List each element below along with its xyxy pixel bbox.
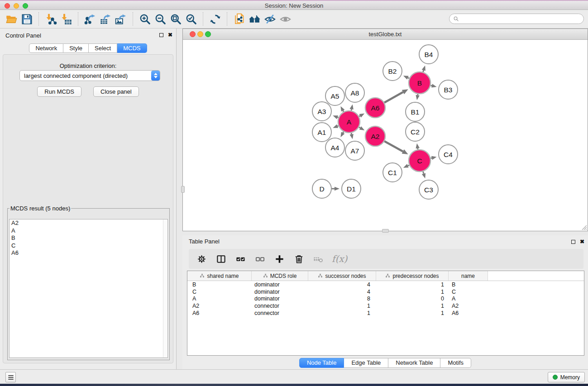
table-cell[interactable]: 1 (376, 303, 449, 309)
table-cell[interactable]: 1 (308, 310, 376, 316)
import-table-button[interactable] (58, 12, 74, 26)
import-network-button[interactable] (43, 12, 58, 26)
mcds-result-item[interactable]: B (10, 234, 167, 242)
refresh-layout-button[interactable] (207, 12, 223, 26)
table-cell[interactable]: A (187, 295, 252, 302)
run-mcds-button[interactable]: Run MCDS (37, 86, 81, 97)
tab-network-table[interactable]: Network Table (388, 358, 440, 368)
columns-button[interactable] (215, 253, 227, 265)
graph-node-A4[interactable]: A4 (325, 138, 344, 157)
export-image-button[interactable] (113, 12, 129, 26)
column-header-name[interactable]: name (449, 271, 488, 281)
export-table-button[interactable] (98, 12, 113, 26)
tab-network[interactable]: Network (29, 43, 63, 53)
graph-node-B2[interactable]: B2 (383, 62, 402, 81)
table-cell[interactable]: 1 (376, 310, 449, 316)
graph-edge-A-A1[interactable] (333, 124, 338, 128)
graph-node-A1[interactable]: A1 (312, 123, 331, 142)
column-header-shared-name[interactable]: shared name (187, 271, 252, 281)
table-cell[interactable]: dominator (252, 281, 308, 288)
clone-network-button[interactable] (231, 12, 247, 26)
table-cell[interactable]: A6 (449, 310, 488, 316)
hide-panels-button[interactable] (262, 12, 277, 26)
tab-mcds[interactable]: MCDS (117, 43, 147, 53)
memory-button[interactable]: Memory (548, 372, 585, 382)
column-header-successor-nodes[interactable]: successor nodes (308, 271, 376, 281)
show-panels-button[interactable] (277, 12, 293, 26)
graph-edge-C-C4[interactable] (430, 156, 436, 160)
table-cell[interactable]: 4 (308, 289, 376, 295)
graph-edge-A-A5[interactable] (340, 106, 344, 112)
graph-edge-C-C3[interactable] (422, 172, 425, 178)
title-bar[interactable]: Session: New Session (0, 0, 588, 10)
graph-node-B1[interactable]: B1 (406, 102, 425, 121)
export-network-button[interactable] (82, 12, 98, 26)
gear-button[interactable] (196, 253, 207, 265)
search-box[interactable] (449, 14, 584, 24)
table-cell[interactable]: 0 (376, 295, 449, 302)
table-cell[interactable]: 1 (376, 281, 449, 288)
tab-motifs[interactable]: Motifs (440, 358, 471, 368)
delete-row-button[interactable] (293, 253, 305, 265)
graph-node-C[interactable]: C (409, 150, 430, 172)
table-row[interactable]: A6connector11A6 (187, 310, 584, 317)
graph-edge-C-C1[interactable] (403, 164, 409, 167)
close-panel-button[interactable]: Close panel (93, 86, 139, 97)
zoom-selected-button[interactable] (183, 12, 199, 26)
mcds-result-item[interactable]: A2 (10, 219, 167, 227)
graph-node-A3[interactable]: A3 (312, 102, 331, 121)
zoom-out-button[interactable] (153, 12, 168, 26)
result-list-scrollbar[interactable] (163, 219, 167, 357)
table-cell[interactable]: C (449, 289, 488, 295)
graph-edge-D-D1[interactable] (332, 187, 339, 191)
float-panel-icon[interactable] (159, 33, 163, 37)
graph-node-C4[interactable]: C4 (439, 145, 458, 164)
mcds-result-item[interactable]: A (10, 227, 167, 235)
close-panel-icon[interactable]: ✖ (168, 32, 172, 38)
table-row[interactable]: Cdominator41C (187, 288, 584, 295)
function-builder-button[interactable]: f(x) (332, 253, 347, 264)
column-header-predecessor-nodes[interactable]: predecessor nodes (376, 271, 449, 281)
table-cell[interactable]: A2 (187, 303, 252, 309)
table-cell[interactable]: A2 (449, 303, 488, 309)
table-cell[interactable]: connector (252, 310, 308, 316)
resize-grip-icon[interactable] (580, 224, 587, 230)
graph-node-C2[interactable]: C2 (406, 122, 425, 141)
mcds-result-item[interactable]: A6 (10, 249, 167, 257)
table-cell[interactable]: 1 (308, 303, 376, 309)
graph-node-D1[interactable]: D1 (342, 179, 361, 198)
zoom-in-button[interactable] (137, 12, 153, 26)
graph-edge-A-A8[interactable] (349, 104, 353, 110)
float-table-panel-icon[interactable] (571, 240, 575, 244)
delete-table-button[interactable] (312, 253, 324, 265)
deselect-all-button[interactable] (254, 253, 266, 265)
table-cell[interactable]: dominator (252, 295, 308, 302)
network-canvas[interactable]: B4B2BB3A5A8A6A3B1AC2A1A2A4A7C4CC1C3DD1 (183, 40, 588, 231)
graph-node-A7[interactable]: A7 (345, 141, 364, 160)
graph-edge-A-A6[interactable] (359, 114, 364, 118)
network-window-titlebar[interactable]: testGlobe.txt (183, 29, 588, 40)
graph-node-B3[interactable]: B3 (439, 80, 458, 99)
horizontal-scroll-nub[interactable] (382, 229, 389, 233)
tab-node-table[interactable]: Node Table (299, 358, 344, 368)
table-cell[interactable]: B (449, 281, 488, 288)
graph-edge-A-A2[interactable] (359, 126, 364, 130)
table-row[interactable]: Adominator80A (187, 295, 584, 302)
table-cell[interactable]: A (449, 295, 488, 302)
graph-node-A[interactable]: A (338, 111, 360, 133)
task-history-button[interactable] (5, 372, 16, 382)
table-cell[interactable]: B (187, 281, 252, 288)
graph-node-A8[interactable]: A8 (345, 83, 364, 102)
table-cell[interactable]: C (187, 289, 252, 295)
graph-node-B[interactable]: B (409, 72, 430, 94)
table-row[interactable]: A2connector11A2 (187, 302, 584, 310)
tab-style[interactable]: Style (63, 43, 89, 53)
graph-node-A6[interactable]: A6 (365, 98, 385, 118)
table-cell[interactable]: 1 (376, 289, 449, 295)
zoom-fit-button[interactable] (168, 12, 183, 26)
tab-edge-table[interactable]: Edge Table (344, 358, 388, 368)
column-header-MCDS-role[interactable]: MCDS role (252, 271, 308, 281)
graph-node-D[interactable]: D (312, 179, 331, 198)
graph-edge-A-A7[interactable] (349, 133, 353, 139)
table-cell[interactable]: 8 (308, 295, 376, 302)
